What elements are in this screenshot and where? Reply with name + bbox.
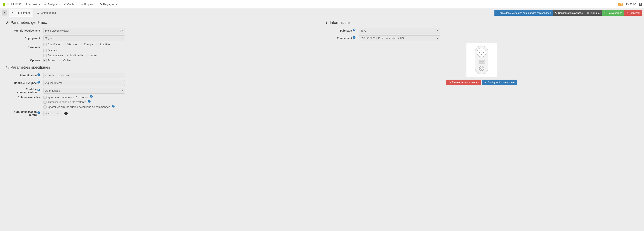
logo[interactable]: JEEDOM [2, 2, 21, 6]
caret-down-icon: ▼ [94, 3, 96, 5]
back-button[interactable] [2, 10, 7, 16]
duplicate-button[interactable]: Dupliquer [585, 10, 602, 16]
help-icon[interactable]: ? [353, 28, 356, 31]
svg-rect-7 [120, 30, 123, 32]
left-column: Paramètres généraux Nom de l'équipement … [6, 20, 319, 118]
nav-outils-label: Outils [67, 3, 74, 6]
advanced-config-label: Configuration avancée [558, 12, 583, 14]
category-securite[interactable]: Sécurité [63, 43, 76, 46]
nav-home-label: Accueil [29, 3, 38, 6]
parent-object-value: Séjour [45, 37, 53, 40]
heartbeat-icon [44, 3, 46, 6]
tab-commandes[interactable]: Commandes [34, 9, 59, 17]
nav-plugins[interactable]: Plugins ▼ [80, 3, 96, 6]
option-visible[interactable]: Visible [59, 59, 71, 62]
notification-badge[interactable]: 20 [618, 3, 623, 6]
right-column: Informations Fabricant? Tuya ▼ Equipemen… [325, 20, 638, 118]
category-lumiere[interactable]: Lumière [96, 43, 110, 46]
checkbox-icon [44, 96, 46, 99]
help-icon[interactable]: ? [90, 95, 93, 98]
category-chauffage[interactable]: Chauffage [44, 43, 60, 46]
duplicate-label: Dupliquer [590, 12, 600, 14]
opt-ignore-errors[interactable]: Ignorer les erreurs sur les éxécutions d… [44, 106, 319, 108]
svg-rect-17 [481, 54, 482, 55]
svg-point-20 [479, 66, 484, 71]
nav-reglages[interactable]: Réglages ▼ [99, 3, 117, 6]
auto-discover-button[interactable]: Auto decouverte des commandes d'informat… [494, 10, 553, 16]
save-button[interactable]: Sauvegarder [602, 10, 624, 16]
cron-label: Auto-actualisation (cron)? [6, 110, 44, 116]
checkbox-icon [44, 54, 46, 57]
opt-allow-queue[interactable]: Autoriser la mise en file d'attente? [44, 100, 125, 104]
help-button[interactable]: ? [639, 3, 642, 6]
parent-object-select[interactable]: Séjour ▼ [44, 35, 125, 41]
svg-point-2 [556, 13, 557, 14]
zigbee-controller-label: Contrôleur Zigbee? [6, 82, 44, 84]
parent-object-label: Objet parent [6, 37, 44, 40]
opt-ignore-exec-confirm[interactable]: Ignorer la confirmation d'exécution? [44, 96, 125, 99]
recreate-commands-button[interactable]: Recréer les commandes [446, 80, 481, 85]
arrow-left-icon [3, 12, 6, 14]
equipment-name-input[interactable] [45, 28, 120, 33]
communication-control-select[interactable]: Automatique ▼ [44, 88, 125, 94]
help-icon[interactable]: ? [112, 105, 114, 108]
zigbee-controller-select[interactable]: ZigBee Interne ▼ [44, 80, 125, 86]
caret-down-icon: ▼ [121, 90, 123, 92]
help-icon[interactable]: ? [38, 81, 40, 84]
list-icon [37, 12, 40, 14]
delete-label: Supprimer [629, 12, 640, 14]
advanced-config-button[interactable]: Configuration avancée [553, 10, 585, 16]
caret-down-icon: ▼ [436, 30, 438, 32]
manufacturer-select[interactable]: Tuya ▼ [359, 28, 440, 34]
checkbox-icon [63, 43, 66, 46]
help-icon[interactable]: ? [38, 73, 40, 76]
delete-button[interactable]: Supprimer [624, 10, 642, 16]
caret-down-icon: ▼ [38, 3, 40, 5]
topbar-right: 20 13:58:00 ? [618, 3, 642, 6]
list-icon [80, 3, 83, 6]
module-config-button[interactable]: Configuration du module [482, 80, 517, 85]
checkbox-icon [44, 106, 46, 108]
cron-input[interactable] [44, 110, 62, 116]
category-ouvrant[interactable]: Ouvrant [44, 49, 57, 52]
clock: 13:58:00 [626, 3, 636, 6]
caret-down-icon: ▼ [58, 3, 60, 5]
action-bar: Equipement Commandes Auto decouverte des… [0, 9, 644, 17]
svg-point-0 [497, 12, 498, 13]
category-energie[interactable]: Energie [80, 43, 93, 46]
tab-commandes-label: Commandes [41, 11, 56, 14]
nav-outils[interactable]: Outils ▼ [64, 3, 77, 6]
caret-down-icon: ▼ [121, 82, 123, 84]
category-multimedia[interactable]: Multimédia [66, 54, 83, 57]
info-icon [325, 21, 328, 24]
module-config-label: Configuration du module [488, 81, 515, 84]
manufacturer-label: Fabricant? [325, 29, 359, 32]
card-icon[interactable] [120, 29, 123, 32]
auto-discover-label: Auto decouverte des commandes d'informat… [500, 12, 551, 14]
tab-equipement[interactable]: Equipement [8, 9, 34, 17]
help-icon[interactable]: ? [38, 111, 40, 114]
identification-input[interactable] [44, 72, 125, 78]
help-icon[interactable]: ? [88, 100, 90, 103]
device-image [466, 43, 497, 77]
help-icon[interactable]: ? [64, 112, 68, 115]
svg-rect-4 [587, 12, 588, 14]
checkbox-icon [44, 49, 46, 52]
device-action-buttons: Recréer les commandes Configuration du m… [446, 80, 517, 85]
dashboard-icon [12, 12, 14, 14]
nav-home[interactable]: Accueil ▼ [25, 3, 40, 6]
nav-analyse[interactable]: Analyse ▼ [44, 3, 60, 6]
recreate-commands-label: Recréer les commandes [452, 81, 479, 84]
option-activer[interactable]: Activer [44, 59, 56, 62]
svg-rect-19 [479, 62, 484, 64]
equipment-info-select[interactable]: [ZP-LZ-EU2U] Prise connectée + USB ▼ [359, 35, 440, 41]
checkbox-icon [80, 43, 83, 46]
top-menu: Accueil ▼ Analyse ▼ Outils ▼ Plugins ▼ R… [25, 3, 618, 6]
help-icon[interactable]: ? [38, 89, 40, 91]
help-icon[interactable]: ? [353, 36, 356, 39]
wrench-icon [6, 21, 9, 24]
svg-point-14 [477, 48, 486, 57]
category-automatisme[interactable]: Automatisme [44, 54, 63, 57]
category-autre[interactable]: Autre [86, 54, 96, 57]
checkbox-icon [44, 59, 46, 62]
